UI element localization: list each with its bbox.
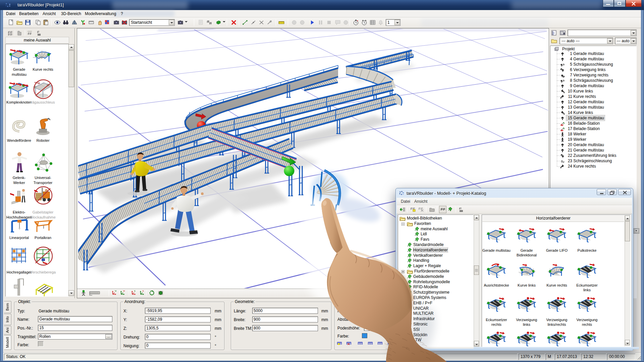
svg-text:W: W bbox=[123, 290, 125, 292]
svg-text:E: E bbox=[143, 290, 144, 292]
svg-text:E: E bbox=[134, 290, 136, 292]
svg-text:W: W bbox=[115, 290, 117, 292]
